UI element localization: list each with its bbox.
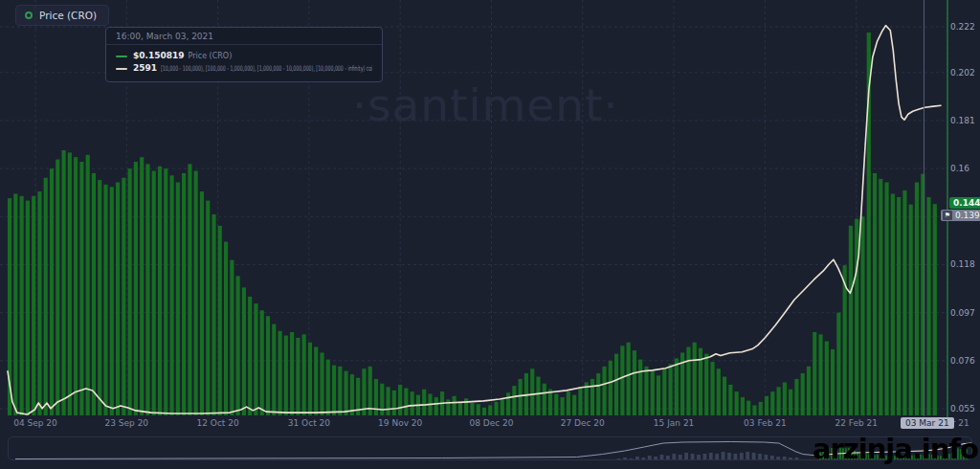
metric-color-icon <box>25 11 33 19</box>
chart-tooltip: 16:00, March 03, 2021 $0.150819 Price (C… <box>105 27 383 82</box>
y-axis-label: 0.202 <box>950 68 975 78</box>
x-axis-label: 19 Nov 20 <box>378 418 422 428</box>
x-axis-label: 03 Feb 21 <box>744 418 787 428</box>
cursor-value-text: 0.1393 <box>955 211 980 220</box>
x-axis-label: 27 Dec 20 <box>561 418 605 428</box>
x-axis-label: 31 Oct 20 <box>288 418 330 428</box>
tooltip-price-row: $0.150819 Price (CRO) <box>116 50 372 62</box>
holders-series-dash-icon <box>116 68 127 70</box>
tooltip-price-value: $0.150819 <box>133 50 185 62</box>
tooltip-holders-value: 2591 <box>133 62 157 75</box>
metric-legend-price[interactable]: Price (CRO) <box>15 5 109 26</box>
y-axis-label: 0.181 <box>950 116 975 125</box>
x-axis-label: 08 Dec 20 <box>469 418 513 428</box>
tooltip-timestamp: 16:00, March 03, 2021 <box>106 28 382 45</box>
cursor-value-badge: ⚑0.1393 <box>941 210 980 221</box>
y-axis-label: 0.16 <box>950 164 969 173</box>
x-axis-label: 23 Sep 20 <box>105 418 149 428</box>
flag-icon: ⚑ <box>943 211 952 220</box>
tooltip-holders-row: 2591 [10,000 - 100,000), [100,000 - 1,00… <box>116 62 372 75</box>
santiment-watermark: ·santiment· <box>352 78 618 131</box>
y-axis-label: 0.222 <box>950 22 975 32</box>
y-axis-label: 0.055 <box>950 404 975 413</box>
price-series-dash-icon <box>116 56 127 57</box>
x-axis-label: 12 Oct 20 <box>197 418 239 428</box>
tooltip-holders-label: [10,000 - 100,000), [100,000 - 1,000,000… <box>161 62 372 75</box>
y-axis-label: 0.097 <box>950 308 975 318</box>
y-axis-label: 0.076 <box>950 356 975 366</box>
hovered-date-badge: 03 Mar 21 <box>901 417 954 429</box>
arzinja-watermark: arzinja.info <box>813 433 978 465</box>
latest-price-badge: 0.1445 <box>949 197 980 209</box>
y-axis-label: 0.118 <box>950 259 975 269</box>
x-axis-label: 22 Feb 21 <box>835 418 878 428</box>
x-axis-label: 04 Sep 20 <box>13 418 57 428</box>
price-chart-panel: ·santiment· Price (CRO) 16:00, March 03,… <box>0 0 980 469</box>
tooltip-price-label: Price (CRO) <box>189 50 233 62</box>
x-axis-label: 15 Jan 21 <box>654 418 695 428</box>
metric-legend-label: Price (CRO) <box>39 10 97 21</box>
